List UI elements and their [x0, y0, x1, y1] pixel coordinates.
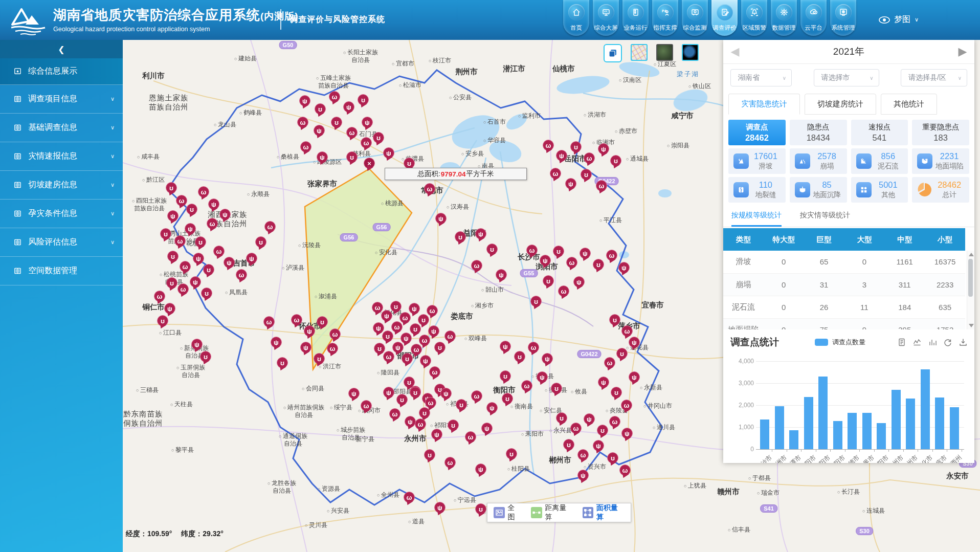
sidebar-item-切坡建房信息[interactable]: 切坡建房信息∨ [0, 171, 123, 200]
hazard-point-marker-icon[interactable]: ω [361, 137, 372, 148]
hazard-point-marker-icon[interactable]: ψ [299, 95, 310, 106]
hazard-point-marker-icon[interactable]: ω [577, 449, 589, 460]
nav-item-综合监测[interactable]: 综合监测 [682, 0, 708, 36]
chart-bar-永州市[interactable] [906, 399, 915, 449]
hazard-point-marker-icon[interactable]: ʊ [203, 264, 214, 275]
year-next-button[interactable]: ▶ [956, 45, 969, 58]
hazard-point-marker-icon[interactable]: ʊ [609, 314, 620, 325]
hazard-point-marker-icon[interactable]: ψ [540, 255, 551, 266]
summary-card-隐患点[interactable]: 隐患点18434 [790, 120, 847, 145]
hazard-point-marker-icon[interactable]: ψ [191, 339, 203, 350]
hazard-point-marker-icon[interactable]: ʊ [166, 277, 177, 289]
hazard-point-marker-icon[interactable]: ʊ [607, 452, 618, 463]
hazard-point-marker-icon[interactable]: ω [543, 140, 554, 151]
hazard-point-marker-icon[interactable]: ψ [381, 310, 392, 321]
hazard-point-marker-icon[interactable]: ψ [190, 276, 201, 288]
hazard-point-marker-icon[interactable]: ʊ [551, 383, 562, 394]
hazard-point-marker-icon[interactable]: ʊ [331, 117, 342, 128]
hazard-point-marker-icon[interactable]: ω [606, 250, 617, 261]
hazard-card-其他[interactable]: 5001其他 [851, 177, 908, 203]
hazard-point-marker-icon[interactable]: ψ [314, 125, 325, 136]
hazard-point-marker-icon[interactable]: ψ [164, 303, 175, 314]
chart-bar-衡阳市[interactable] [804, 397, 813, 449]
hazard-point-marker-icon[interactable]: ʊ [556, 412, 567, 424]
chart-bar-张家界市[interactable] [862, 413, 872, 449]
hazard-point-marker-icon[interactable]: ω [471, 260, 482, 271]
hazard-point-marker-icon[interactable]: ψ [362, 117, 373, 128]
hazard-point-marker-icon[interactable]: ω [327, 343, 338, 354]
hazard-point-marker-icon[interactable]: ʊ [402, 353, 413, 364]
hazard-point-marker-icon[interactable]: ψ [300, 342, 311, 353]
hazard-point-marker-icon[interactable]: ψ [556, 150, 567, 161]
hazard-point-marker-icon[interactable]: ψ [580, 248, 591, 259]
tab-其他统计[interactable]: 其他统计 [881, 94, 937, 115]
region-select-1[interactable]: 请选择市∨ [814, 69, 879, 86]
layers-button[interactable] [604, 44, 622, 62]
hazard-point-marker-icon[interactable]: ʊ [195, 236, 206, 248]
hazard-point-marker-icon[interactable]: ʊ [486, 244, 498, 255]
sidebar-collapse-button[interactable]: ❮ [0, 40, 123, 58]
tab-切坡建房统计[interactable]: 切坡建房统计 [805, 94, 876, 115]
user-menu[interactable]: 梦图 ∨ [879, 14, 919, 25]
hazard-card-地面塌陷[interactable]: 2231地面塌陷 [912, 148, 969, 174]
linechart-icon[interactable] [913, 338, 921, 346]
hazard-point-marker-icon[interactable]: ʊ [317, 316, 328, 327]
hazard-point-marker-icon[interactable]: ʊ [160, 228, 171, 239]
satellite-thumb[interactable] [656, 44, 673, 61]
hazard-point-marker-icon[interactable]: ω [570, 423, 582, 434]
hazard-point-marker-icon[interactable]: ω [550, 168, 561, 179]
year-prev-button[interactable]: ◀ [728, 45, 742, 58]
hazard-point-marker-icon[interactable]: ψ [537, 371, 548, 383]
hazard-point-marker-icon[interactable]: ψ [428, 325, 439, 337]
hazard-point-marker-icon[interactable]: ʊ [157, 315, 168, 326]
hazard-point-marker-icon[interactable]: ω [383, 351, 394, 362]
subtab-按灾情等级统计[interactable]: 按灾情等级统计 [800, 211, 850, 227]
hazard-point-marker-icon[interactable]: ψ [621, 428, 633, 439]
hazard-point-marker-icon[interactable]: ω [425, 397, 436, 408]
hazard-point-marker-icon[interactable]: ω [297, 117, 308, 128]
chart-bar-湘潭市[interactable] [789, 430, 798, 449]
summary-card-重要隐患点[interactable]: 重要隐患点183 [912, 120, 969, 145]
hazard-point-marker-icon[interactable]: ω [444, 330, 456, 342]
sidebar-item-风险评估信息[interactable]: 风险评估信息∨ [0, 228, 123, 257]
chart-bar-郴州市[interactable] [892, 390, 901, 449]
hazard-point-marker-icon[interactable]: ω [346, 127, 358, 138]
hazard-point-marker-icon[interactable]: ω [429, 366, 440, 378]
hazard-card-泥石流[interactable]: 856泥石流 [851, 148, 908, 174]
table-row[interactable]: 泥石流02611184635 [723, 296, 965, 318]
hazard-point-marker-icon[interactable]: ω [391, 321, 403, 333]
table-row[interactable]: 地面塌陷07593951752 [723, 318, 965, 329]
hazard-point-marker-icon[interactable]: ω [419, 335, 430, 346]
hazard-point-marker-icon[interactable]: ω [427, 305, 438, 316]
hazard-point-marker-icon[interactable]: ψ [246, 253, 257, 264]
hazard-point-marker-icon[interactable]: ω [558, 285, 569, 297]
hazard-point-marker-icon[interactable]: ʊ [514, 351, 525, 362]
hazard-point-marker-icon[interactable]: ʊ [475, 503, 486, 515]
chart-bar-株洲市[interactable] [775, 406, 784, 449]
measure-tool-面积量算[interactable]: 面积量算 [583, 503, 625, 522]
hazard-point-marker-icon[interactable]: ʊ [382, 330, 393, 342]
hazard-point-marker-icon[interactable]: ψ [577, 470, 589, 481]
hazard-point-marker-icon[interactable]: ʊ [553, 246, 564, 257]
hazard-point-marker-icon[interactable]: ψ [542, 353, 553, 364]
hazard-point-marker-icon[interactable]: ω [177, 283, 189, 295]
hazard-point-marker-icon[interactable]: ʊ [404, 158, 415, 169]
summary-card-调查点[interactable]: 调查点28462 [728, 120, 786, 145]
hazard-point-marker-icon[interactable]: ʊ [448, 419, 459, 431]
hazard-point-marker-icon[interactable]: ʊ [346, 151, 358, 163]
hazard-point-marker-icon[interactable]: ʊ [530, 296, 542, 307]
dataview-icon[interactable] [898, 338, 906, 346]
hazard-point-marker-icon[interactable]: ω [329, 328, 341, 340]
sidebar-item-空间数据管理[interactable]: 空间数据管理 [0, 257, 123, 285]
hazard-point-marker-icon[interactable]: ʊ [597, 425, 608, 436]
hazard-point-marker-icon[interactable]: ω [619, 465, 631, 476]
chart-bar-长沙市[interactable] [760, 419, 769, 449]
chart-legend[interactable]: 调查点数量 [815, 338, 865, 347]
refresh-icon[interactable] [944, 338, 952, 346]
hazard-point-marker-icon[interactable]: ω [198, 186, 209, 197]
hazard-point-marker-icon[interactable]: ʊ [186, 204, 197, 215]
hazard-point-marker-icon[interactable]: ʊ [167, 251, 179, 262]
hazard-point-marker-icon[interactable]: ω [528, 342, 539, 353]
sidebar-item-孕灾条件信息[interactable]: 孕灾条件信息∨ [0, 200, 123, 228]
hazard-point-marker-icon[interactable]: ψ [475, 463, 486, 475]
